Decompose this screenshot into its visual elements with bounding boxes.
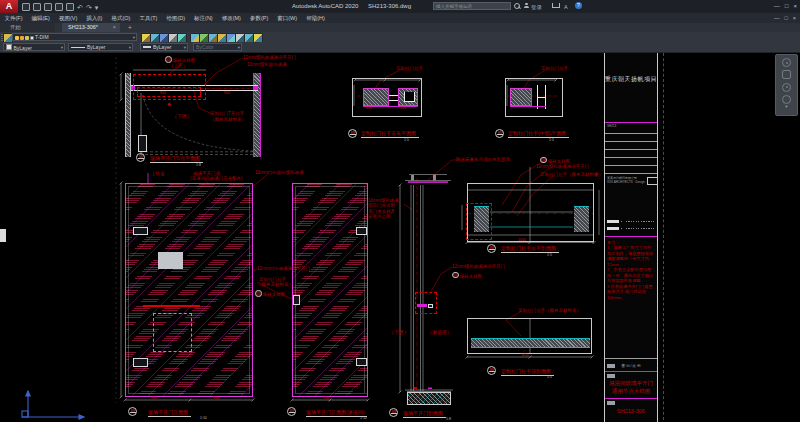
hdet-top-leader-2: 12mm钢化玻璃淋浴平开门 — [536, 164, 589, 169]
color-dropdown-arrow-icon[interactable]: ▾ — [61, 45, 63, 52]
door-right-handle[interactable] — [293, 295, 300, 305]
handle-plan-detail-b[interactable] — [505, 78, 563, 117]
plot-icon[interactable] — [66, 3, 74, 11]
navigation-bar: ▾ — [775, 54, 798, 116]
pan-icon[interactable] — [782, 70, 791, 79]
door-hinge-bottom[interactable] — [133, 358, 148, 367]
elev-right-title: 玻璃平开门立面图(淋浴间) — [306, 409, 367, 417]
block-code: SH213 — [607, 125, 616, 129]
doc-close-icon[interactable]: × — [793, 15, 796, 22]
orbit-icon[interactable] — [782, 95, 791, 104]
elev-dim-1: 900 — [151, 396, 157, 400]
redo-icon[interactable]: ↷ — [86, 4, 92, 11]
menu-modify[interactable]: 修改(M) — [217, 15, 245, 22]
handle-section-selection[interactable] — [466, 203, 492, 240]
menu-format[interactable]: 格式(O) — [107, 15, 135, 22]
detail-a-leader: 定制拉门拉手 — [396, 66, 423, 71]
left-edge-artifact — [0, 229, 6, 242]
elev-right-scale: 1:10 — [360, 416, 367, 420]
open-file-icon[interactable] — [33, 3, 41, 11]
firm-logo — [647, 177, 658, 185]
section-selection-box[interactable] — [415, 292, 437, 314]
navigation-wheel-icon[interactable] — [782, 58, 791, 67]
detail-b-scale: 1:5 — [549, 138, 554, 142]
doc-minimize-icon[interactable]: — — [774, 15, 780, 22]
user-icon[interactable] — [524, 3, 529, 8]
section-lock-block — [417, 304, 427, 307]
tab-start[interactable]: 开始 — [0, 23, 55, 32]
navbar-more-icon[interactable]: ▾ — [776, 104, 797, 109]
drawing-canvas[interactable]: 墙砖大样图 （上区） 12mm钢化玻璃淋浴平开门 12mm钢化超白玻璃 定制拉门… — [0, 53, 800, 422]
plan-diamond-marker-icon: ◆ — [167, 101, 171, 108]
menu-edit[interactable]: 编辑(E) — [27, 15, 54, 22]
menu-file[interactable]: 文件(F) — [0, 15, 27, 22]
menu-insert[interactable]: 插入(I) — [82, 15, 107, 22]
layer-dropdown[interactable]: T-DIM ▾ — [12, 33, 137, 41]
save-icon[interactable] — [44, 3, 52, 11]
color-dropdown[interactable]: ByLayer ▾ — [3, 43, 65, 51]
firm-name-en: XXX ARCHITECTS · Design — [607, 181, 645, 185]
door-right-hinge-top[interactable] — [356, 227, 367, 235]
menu-window[interactable]: 窗口(W) — [273, 15, 302, 22]
linetype-glyph-icon — [71, 47, 85, 48]
undo-icon[interactable]: ↶ — [77, 4, 83, 11]
detail-a-title: 定制拉门拉手安装平面图 — [361, 130, 419, 138]
door-right-hinge-bottom[interactable] — [356, 358, 367, 366]
section-ceiling-leader: 防水石膏板吊顶白色乳胶漆 — [456, 157, 510, 162]
app-store-cart-icon[interactable] — [552, 3, 560, 8]
door-hinge-top[interactable] — [133, 227, 148, 235]
zoom-icon[interactable] — [782, 83, 791, 92]
plan-glass-leader-1: 12mm钢化玻璃淋浴平开门 — [243, 55, 296, 60]
doc-restore-icon[interactable]: □ — [784, 15, 787, 22]
search-icon[interactable] — [514, 3, 520, 9]
lineweight-dropdown[interactable]: ByLayer ▾ — [140, 43, 188, 51]
detail-ref-icon — [452, 272, 459, 279]
menu-dimension[interactable]: 标注(N) — [190, 15, 218, 22]
linetype-dropdown-arrow-icon[interactable]: ▾ — [129, 45, 131, 52]
new-file-icon[interactable] — [22, 3, 30, 11]
tab-close-icon[interactable]: × — [113, 23, 116, 32]
lineweight-glyph-icon — [143, 46, 151, 48]
restore-icon[interactable]: □ — [785, 2, 789, 10]
hdet-bottom-scale: 1:5 — [547, 375, 552, 379]
help-icon[interactable]: ? — [575, 2, 582, 9]
autodesk-a360-icon[interactable]: A — [564, 3, 568, 11]
menu-draw[interactable]: 绘图(D) — [162, 15, 190, 22]
menu-view[interactable]: 视图(V) — [54, 15, 81, 22]
lineweight-dropdown-arrow-icon[interactable]: ▾ — [184, 45, 186, 52]
handle-plan-detail-a[interactable] — [352, 78, 422, 117]
plan-selection-box-inner[interactable] — [137, 87, 201, 97]
detail-ref-icon — [540, 157, 547, 164]
elev-left-scale: 1:10 — [200, 416, 207, 420]
detail-b-marker — [495, 129, 504, 138]
qat-customize-icon[interactable]: ▾ — [95, 4, 99, 11]
door-handle-bar[interactable] — [143, 305, 200, 307]
plan-door-hardware[interactable] — [138, 135, 147, 152]
detail-b-leader: 定制拉门拉手 — [541, 66, 568, 71]
detail-a-marker — [348, 129, 357, 138]
search-input[interactable]: 键入关键字或短语 — [433, 2, 511, 10]
save-as-icon[interactable] — [55, 3, 63, 11]
tab-document[interactable]: SH213-306* × — [62, 23, 120, 32]
new-tab-icon[interactable]: + — [128, 23, 132, 32]
detail-b-title: 定制拉门拉手(中部)平面图 — [508, 130, 569, 138]
menu-bar: 文件(F) 编辑(E) 视图(V) 插入(I) 格式(O) 工具(T) 绘图(D… — [0, 13, 800, 23]
elev-right-marker — [287, 407, 296, 416]
plan-dim-1: 900 — [160, 91, 166, 95]
elev-top-leader-2: (见淋浴间玻璃门五金配件) — [190, 176, 243, 181]
detail-ref-icon — [255, 290, 262, 297]
layer-dropdown-arrow-icon[interactable]: ▾ — [133, 35, 135, 42]
menu-parametric[interactable]: 参数(P) — [245, 15, 272, 22]
minimize-icon[interactable]: — — [774, 2, 780, 10]
app-logo-icon[interactable]: A — [0, 0, 18, 13]
section-floor-base[interactable] — [407, 392, 451, 405]
door-solid-panel[interactable] — [158, 252, 183, 269]
close-icon[interactable]: × — [793, 2, 797, 10]
handle-section-bottom[interactable] — [467, 318, 592, 354]
linetype-dropdown[interactable]: ByLayer ▾ — [68, 43, 133, 51]
quick-access-toolbar: ↶ ↷ ▾ — [22, 3, 98, 11]
menu-tools[interactable]: 工具(T) — [135, 15, 162, 22]
sign-in-link[interactable]: 登录 — [531, 3, 542, 11]
section-title: 玻璃平开门剖面图 — [403, 410, 446, 418]
menu-help[interactable]: 帮助(H) — [302, 15, 330, 22]
